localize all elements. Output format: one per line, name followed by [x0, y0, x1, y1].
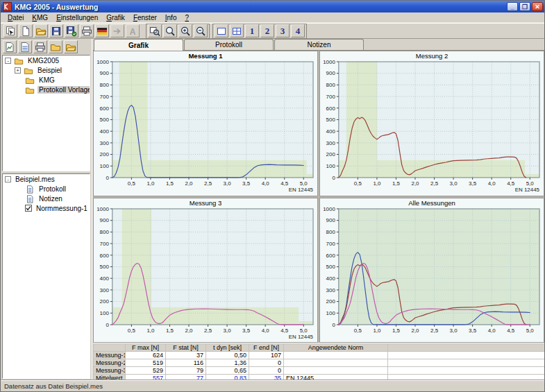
- flag-german-button[interactable]: [95, 24, 109, 37]
- menu-info[interactable]: Info: [161, 13, 181, 22]
- print-button[interactable]: [80, 24, 94, 37]
- row-label: Messung-1: [94, 352, 126, 359]
- print-icon: [35, 42, 46, 53]
- x-tick-label: 4,0: [262, 180, 270, 187]
- view-3-button[interactable]: 3: [276, 24, 290, 37]
- menu-grafik[interactable]: Grafik: [102, 13, 129, 22]
- cell: 0: [249, 367, 284, 375]
- chart-svg-messung-1[interactable]: 010020030040050060070080090010000,51,01,…: [94, 60, 317, 196]
- cell: [284, 352, 388, 359]
- view-single-icon: [216, 26, 227, 37]
- x-tick-label: 5,0: [300, 327, 308, 333]
- checkbox-checked-icon[interactable]: [25, 205, 32, 212]
- cell: 529: [126, 367, 166, 375]
- x-tick-label: 5,0: [300, 180, 308, 187]
- view-single-button[interactable]: [215, 24, 228, 37]
- tree-item-kmg2005[interactable]: -KMG2005: [3, 56, 90, 65]
- tab-notizen[interactable]: Notizen: [274, 39, 364, 50]
- x-tick-label: 4,0: [488, 327, 496, 333]
- table-row-messung-1[interactable]: Messung-1624370,50107: [94, 352, 545, 359]
- x-tick-label: 2,5: [204, 327, 212, 333]
- chart-svg-messung-2[interactable]: 010020030040050060070080090010000,51,01,…: [320, 60, 544, 196]
- app-icon: [3, 2, 12, 11]
- zoom-out-button[interactable]: [194, 24, 208, 37]
- menu-fenster[interactable]: Fenster: [129, 13, 161, 22]
- y-tick-label: 400: [100, 128, 110, 135]
- view-quad-button[interactable]: [230, 24, 244, 37]
- chart-panel-alle-messungen[interactable]: Alle Messungen01002003004005006007008009…: [319, 198, 544, 343]
- y-tick-label: 0: [106, 321, 109, 327]
- arrow-right-button[interactable]: [110, 24, 124, 37]
- tree-item-notizen[interactable]: Notizen: [3, 194, 90, 203]
- zoom-button[interactable]: [163, 24, 177, 37]
- chart-title: Alle Messungen: [320, 198, 544, 207]
- tolerance-zone: [122, 208, 151, 324]
- save-all-button[interactable]: [65, 24, 78, 37]
- tree-item-beispiel[interactable]: +Beispiel: [3, 65, 90, 75]
- x-tick-label: 3,5: [242, 180, 251, 187]
- menu-einstellungen[interactable]: Einstellungen: [52, 13, 102, 22]
- table-row-messung-3[interactable]: Messung-3529790,650: [94, 367, 545, 375]
- tree-label: Notizen: [37, 195, 64, 203]
- tree-item-protokoll[interactable]: Protokoll: [3, 184, 90, 194]
- zoom-in-button[interactable]: [178, 24, 192, 37]
- tab-protokoll[interactable]: Protokoll: [184, 39, 274, 50]
- expander-minus-icon[interactable]: -: [5, 176, 11, 182]
- y-tick-label: 600: [326, 105, 336, 112]
- expander-plus-icon[interactable]: +: [15, 67, 21, 74]
- restore-button[interactable]: ❐: [519, 2, 530, 11]
- y-tick-label: 200: [100, 298, 110, 305]
- table-row-mittelwert[interactable]: Mittelwert557770,8335EN 12445: [94, 375, 545, 381]
- cell: 624: [126, 352, 166, 359]
- x-tick-label: 3,5: [242, 327, 251, 333]
- x-tick-label: 3,5: [469, 180, 477, 187]
- table-row-messung-2[interactable]: Messung-25191161,360: [94, 359, 545, 367]
- folder-open-button[interactable]: [64, 40, 78, 53]
- print-button[interactable]: [33, 40, 47, 53]
- y-tick-label: 1000: [97, 60, 109, 65]
- y-tick-label: 500: [100, 264, 110, 270]
- view-1-button[interactable]: 1: [245, 24, 259, 37]
- y-tick-label: 900: [100, 217, 110, 223]
- open-folder-button[interactable]: [34, 24, 48, 37]
- x-tick-label: 5,0: [526, 180, 535, 187]
- chart-svg-messung-3[interactable]: 010020030040050060070080090010000,51,01,…: [94, 207, 317, 343]
- save-button[interactable]: [49, 24, 63, 37]
- select-files-button[interactable]: [3, 24, 17, 37]
- y-tick-label: 700: [326, 240, 336, 246]
- expander-minus-icon[interactable]: -: [5, 58, 11, 64]
- chart-doc-button[interactable]: [3, 40, 17, 53]
- view-4-button[interactable]: 4: [291, 24, 305, 37]
- folder-tree[interactable]: -KMG2005+BeispielKMGProtokoll Vorlage: [2, 55, 90, 171]
- tree-item-beispiel-mes[interactable]: -Beispiel.mes: [3, 174, 90, 184]
- chart-svg-alle-messungen[interactable]: 010020030040050060070080090010000,51,01,…: [320, 207, 544, 343]
- chart-panel-messung-2[interactable]: Messung 20100200300400500600700800900100…: [319, 51, 544, 196]
- tab-grafik[interactable]: Grafik: [94, 39, 183, 51]
- x-tick-label: 1,5: [392, 327, 401, 333]
- zoom-window-button[interactable]: [148, 24, 162, 37]
- tree-item-protokoll-vorlage[interactable]: Protokoll Vorlage: [3, 85, 90, 94]
- column-header-f-end-n: F end [N]: [249, 344, 284, 352]
- cell: 0: [249, 359, 284, 367]
- menu-?[interactable]: ?: [181, 13, 193, 22]
- folder-button[interactable]: [49, 40, 62, 53]
- cell: 107: [249, 352, 284, 359]
- close-button[interactable]: ✕: [532, 2, 543, 11]
- chart-panel-messung-3[interactable]: Messung 30100200300400500600700800900100…: [93, 198, 318, 343]
- new-document-button[interactable]: [19, 24, 33, 37]
- tree-label: Protokoll Vorlage: [37, 86, 90, 94]
- letter-a-button[interactable]: A: [126, 24, 140, 37]
- view-2-button[interactable]: 2: [260, 24, 274, 37]
- app-window: KMG 2005 - Auswertung _ ❐ ✕ DateiKMGEins…: [0, 0, 545, 392]
- chart-panel-messung-1[interactable]: Messung 10100200300400500600700800900100…: [93, 51, 318, 196]
- menu-datei[interactable]: Datei: [3, 13, 28, 22]
- table-doc-button[interactable]: [18, 40, 32, 53]
- tree-item-normmessung-1[interactable]: Normmessung-1: [3, 203, 90, 213]
- y-tick-label: 300: [326, 287, 336, 293]
- tree-item-kmg[interactable]: KMG: [3, 75, 90, 85]
- menu-kmg[interactable]: KMG: [28, 13, 52, 22]
- open-folder-icon: [35, 26, 47, 37]
- file-tree[interactable]: -Beispiel.mesProtokollNotizenNormmessung…: [2, 173, 90, 379]
- minimize-button[interactable]: _: [507, 2, 518, 11]
- y-tick-label: 800: [100, 229, 110, 235]
